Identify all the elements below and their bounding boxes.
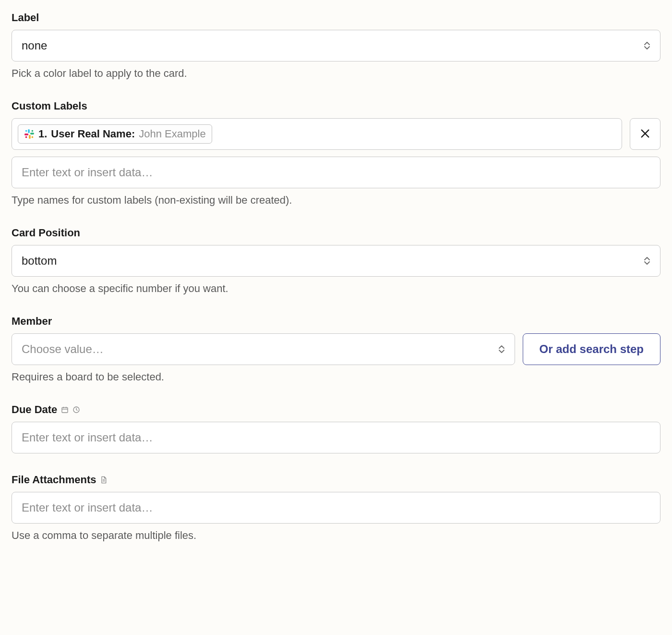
svg-point-5	[32, 130, 34, 132]
custom-labels-add-input[interactable]	[12, 157, 660, 188]
slack-icon	[24, 129, 35, 139]
field-card-position: Card Position bottom You can choose a sp…	[12, 227, 660, 295]
member-select[interactable]: Choose value…	[12, 333, 515, 365]
select-arrows-icon	[497, 343, 506, 355]
svg-rect-1	[30, 133, 34, 134]
select-arrows-icon	[643, 39, 651, 52]
card-position-select[interactable]: bottom	[12, 245, 660, 277]
member-placeholder: Choose value…	[22, 342, 104, 356]
label-select[interactable]: none	[12, 30, 660, 61]
file-icon	[100, 476, 108, 484]
svg-rect-2	[29, 135, 31, 139]
member-title: Member	[12, 315, 660, 328]
add-search-step-button[interactable]: Or add search step	[523, 333, 660, 365]
card-position-title: Card Position	[12, 227, 660, 239]
pill-index: 1.	[38, 128, 47, 140]
custom-labels-pill[interactable]: 1. User Real Name: John Example	[18, 124, 212, 144]
svg-rect-8	[62, 407, 68, 413]
select-arrows-icon	[643, 255, 651, 267]
card-position-help: You can choose a specific number if you …	[12, 282, 660, 295]
svg-point-6	[32, 136, 34, 138]
field-custom-labels: Custom Labels	[12, 100, 660, 207]
svg-rect-3	[24, 134, 28, 135]
remove-custom-label-button[interactable]	[630, 118, 660, 150]
file-attachments-help: Use a comma to separate multiple files.	[12, 529, 660, 542]
custom-labels-help: Type names for custom labels (non-existi…	[12, 194, 660, 207]
label-title: Label	[12, 12, 660, 24]
field-member: Member Choose value… Or add search step …	[12, 315, 660, 383]
svg-point-4	[25, 130, 27, 132]
custom-labels-title: Custom Labels	[12, 100, 660, 112]
field-due-date: Due Date	[12, 403, 660, 453]
card-position-value: bottom	[22, 254, 57, 268]
pill-key: User Real Name:	[51, 128, 135, 140]
file-attachments-input[interactable]	[12, 492, 660, 524]
file-attachments-title: File Attachments	[12, 474, 96, 486]
file-attachments-title-row: File Attachments	[12, 474, 660, 486]
due-date-title: Due Date	[12, 403, 57, 416]
svg-rect-0	[28, 129, 30, 133]
member-help: Requires a board to be selected.	[12, 371, 660, 383]
due-date-title-row: Due Date	[12, 403, 660, 416]
close-icon	[640, 128, 650, 140]
pill-value: John Example	[139, 128, 205, 140]
svg-point-7	[25, 136, 27, 138]
label-select-value: none	[22, 39, 47, 52]
label-help: Pick a color label to apply to the card.	[12, 67, 660, 80]
field-file-attachments: File Attachments Use a comma to separate…	[12, 474, 660, 542]
field-label: Label none Pick a color label to apply t…	[12, 12, 660, 80]
due-date-input[interactable]	[12, 422, 660, 453]
clock-icon	[72, 406, 80, 414]
custom-labels-value-input[interactable]: 1. User Real Name: John Example	[12, 118, 622, 150]
calendar-icon	[61, 406, 69, 414]
